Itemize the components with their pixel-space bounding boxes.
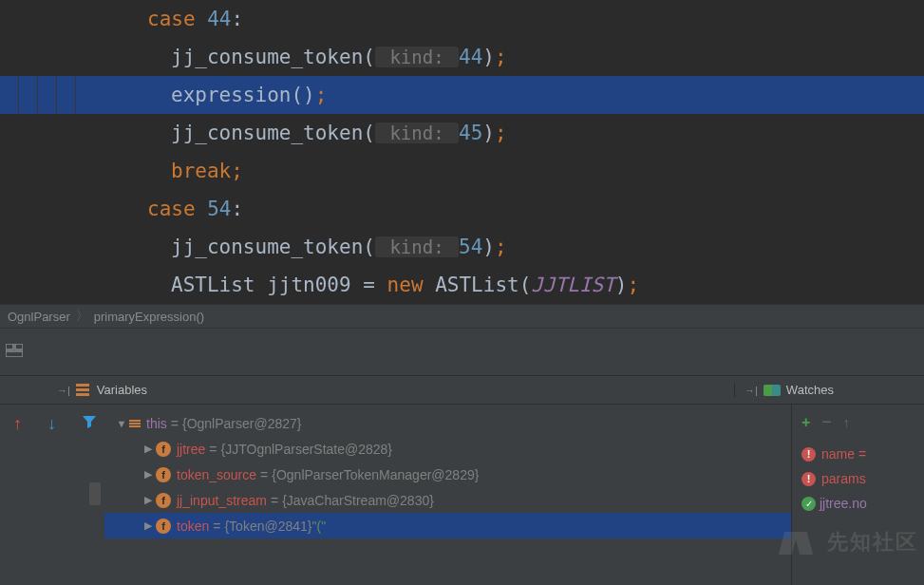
var-value: {JJTOgnlParserState@2828} [221, 442, 393, 457]
token-classname: ASTList [171, 274, 267, 296]
add-watch-icon[interactable]: + [801, 414, 810, 431]
token-ident: jj_consume_token( [171, 236, 375, 258]
breadcrumb-item[interactable]: OgnlParser [4, 310, 74, 324]
move-up-icon[interactable]: ↑ [843, 415, 850, 430]
code-line[interactable]: case 44: [0, 0, 924, 38]
breadcrumb[interactable]: OgnlParser 〉 primaryExpression() [0, 304, 924, 329]
token-ident: : [232, 8, 244, 30]
tree-row-root[interactable]: ▼ this = {OgnlParser@2827} [104, 410, 791, 436]
collapse-icon[interactable]: →| [57, 385, 70, 396]
var-name: jj_input_stream [177, 493, 267, 508]
watches-panel[interactable]: + − ↑ !name =!params ✓jjtree.no [791, 405, 924, 585]
token-num: 54 [459, 236, 482, 258]
code-line[interactable]: jj_consume_token( kind: 44); [0, 38, 924, 76]
var-value: {Token@2841} [224, 519, 311, 534]
watches-header[interactable]: →| Watches [734, 383, 924, 397]
token-kw: case [147, 8, 207, 30]
token-new-kw: new [387, 274, 436, 296]
token-italic-const: JJTLIST [531, 274, 615, 296]
code-line[interactable]: ASTList jjtn009 = new ASTList(JJTLIST); [0, 266, 924, 304]
ok-icon: ✓ [801, 497, 816, 511]
variables-icon [76, 384, 89, 396]
breadcrumb-separator: 〉 [76, 308, 88, 325]
field-icon: f [156, 442, 171, 457]
var-value: {OgnlParserTokenManager@2829} [272, 467, 479, 482]
code-editor[interactable]: case 44:jj_consume_token( kind: 44);expr… [0, 0, 924, 304]
step-out-icon[interactable]: ↑ [13, 414, 30, 431]
scrollbar-thumb[interactable] [89, 482, 101, 505]
equals: = [213, 519, 220, 534]
token-ident: ) [482, 236, 495, 258]
token-semi: ; [495, 46, 507, 68]
var-value: {JavaCharStream@2830} [282, 493, 434, 508]
filter-icon[interactable] [82, 414, 99, 431]
expand-icon[interactable]: ▶ [141, 494, 156, 506]
expand-icon[interactable]: ▶ [141, 443, 156, 455]
expand-icon[interactable]: ▼ [114, 418, 129, 429]
token-hint: kind: [375, 236, 459, 257]
equals: = [271, 493, 278, 508]
token-ident: jj_consume_token( [171, 122, 375, 144]
token-semi: ; [315, 84, 328, 106]
error-icon: ! [801, 447, 816, 462]
step-into-icon[interactable]: ↓ [47, 414, 65, 431]
variables-tree[interactable]: ▼ this = {OgnlParser@2827} ▶fjjtree={JJT… [104, 405, 791, 585]
field-icon: f [156, 493, 171, 508]
remove-watch-icon[interactable]: − [821, 412, 832, 432]
tree-row[interactable]: ▶ftoken_source={OgnlParserTokenManager@2… [104, 462, 791, 487]
code-line[interactable]: break; [0, 152, 924, 190]
var-string: "(" [312, 519, 327, 534]
token-ident: jjtn009 = [267, 274, 387, 296]
token-ident: jj_consume_token( [171, 46, 375, 68]
token-ident: ) [615, 274, 628, 296]
watch-item[interactable]: !params [801, 466, 915, 491]
expand-icon[interactable]: ▶ [141, 519, 156, 532]
watch-name: params [821, 471, 866, 486]
token-hint: kind: [375, 123, 459, 143]
layout-icon[interactable] [6, 344, 23, 361]
variables-title: Variables [97, 383, 147, 397]
var-value: {OgnlParser@2827} [182, 416, 302, 431]
watch-item[interactable]: !name = [801, 442, 915, 466]
debug-toolbar [0, 329, 924, 376]
svg-rect-0 [6, 344, 13, 349]
code-line[interactable]: case 54: [0, 190, 924, 228]
token-semi: ; [231, 160, 243, 182]
token-num: 45 [459, 122, 482, 144]
error-icon: ! [801, 472, 816, 486]
token-kw: case [147, 198, 207, 220]
debug-body: ↑ ↓ ▼ this = {OgnlParser@2827} ▶fjjtree=… [0, 405, 924, 585]
watch-item[interactable]: ✓jjtree.no [801, 491, 915, 516]
var-name: token_source [177, 467, 256, 482]
expand-icon[interactable]: ▶ [141, 468, 156, 481]
token-semi: ; [495, 236, 507, 258]
watches-icon [764, 385, 781, 396]
token-num: 54 [207, 198, 231, 220]
code-line[interactable]: expression(); [0, 76, 924, 114]
tree-row[interactable]: ▶ftoken={Token@2841} "(" [104, 513, 791, 538]
token-ident: ) [482, 122, 495, 144]
token-semi: ; [495, 122, 507, 144]
tree-row[interactable]: ▶fjj_input_stream={JavaCharStream@2830} [104, 487, 791, 513]
debug-panel-headers: →| Variables →| Watches [0, 376, 924, 405]
token-num: 44 [207, 8, 231, 30]
token-num: 44 [459, 46, 482, 68]
svg-rect-2 [6, 351, 23, 357]
token-ident: : [232, 198, 244, 220]
equals: = [209, 442, 217, 457]
object-icon [129, 420, 141, 427]
code-line[interactable]: jj_consume_token( kind: 54); [0, 228, 924, 266]
tree-row[interactable]: ▶fjjtree={JJTOgnlParserState@2828} [104, 436, 791, 462]
token-ident: ASTList( [435, 274, 531, 296]
token-semi: ; [628, 274, 640, 296]
token-kw: break [171, 160, 231, 182]
watches-toolbar: + − ↑ [801, 412, 915, 432]
field-icon: f [156, 467, 171, 482]
collapse-icon[interactable]: →| [745, 385, 758, 396]
breadcrumb-item[interactable]: primaryExpression() [90, 310, 208, 324]
token-ident: ) [482, 46, 495, 68]
svg-rect-1 [15, 344, 23, 349]
code-line[interactable]: jj_consume_token( kind: 45); [0, 114, 924, 152]
var-name: jjtree [177, 442, 205, 457]
variables-header[interactable]: →| Variables [0, 383, 734, 397]
